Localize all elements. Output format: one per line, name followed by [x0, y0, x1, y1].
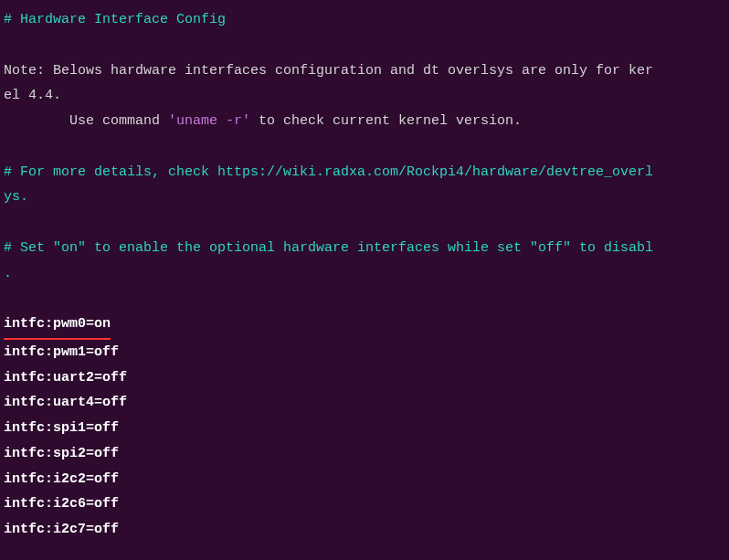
- blank-line: [4, 286, 725, 312]
- enable-comment-2: .: [4, 261, 725, 287]
- note-suffix: to check current kernel version.: [250, 113, 522, 129]
- note-line-1: Note: Belows hardware interfaces configu…: [4, 58, 725, 84]
- config-line: intfc:spi2=off: [4, 441, 725, 467]
- uname-command: 'uname -r': [168, 113, 250, 129]
- config-line: intfc:pwm1=off: [4, 340, 725, 365]
- config-line: intfc:uart2=off: [4, 365, 725, 391]
- note-line-3: Use command 'uname -r' to check current …: [4, 109, 725, 134]
- config-line: intfc:pwm0=on: [4, 312, 725, 340]
- blank-line: [4, 33, 725, 58]
- config-entry: intfc:uart4=off: [4, 395, 127, 410]
- config-entry: intfc:i2c7=off: [4, 522, 119, 537]
- config-entry: intfc:spi2=off: [4, 446, 119, 461]
- config-entry: intfc:i2c6=off: [4, 496, 119, 512]
- config-line: intfc:i2c6=off: [4, 491, 725, 517]
- config-lines-container: intfc:pwm0=onintfc:pwm1=offintfc:uart2=o…: [4, 312, 725, 543]
- header-comment: # Hardware Interface Config: [4, 7, 725, 33]
- config-entry: intfc:spi1=off: [4, 420, 119, 436]
- details-comment-2: ys.: [4, 185, 725, 210]
- blank-line: [4, 134, 725, 160]
- config-line: intfc:uart4=off: [4, 390, 725, 416]
- config-entry-highlighted: intfc:pwm0=on: [4, 312, 111, 340]
- config-entry: intfc:i2c2=off: [4, 471, 119, 487]
- note-line-2: el 4.4.: [4, 83, 725, 109]
- config-line: intfc:i2c7=off: [4, 517, 725, 543]
- details-comment-1: # For more details, check https://wiki.r…: [4, 160, 725, 185]
- config-line: intfc:i2c2=off: [4, 467, 725, 492]
- config-entry: intfc:uart2=off: [4, 370, 127, 386]
- config-entry: intfc:pwm1=off: [4, 344, 119, 360]
- enable-comment-1: # Set "on" to enable the optional hardwa…: [4, 236, 725, 261]
- note-prefix: Use command: [4, 113, 168, 129]
- blank-line: [4, 210, 725, 236]
- config-line: intfc:spi1=off: [4, 416, 725, 441]
